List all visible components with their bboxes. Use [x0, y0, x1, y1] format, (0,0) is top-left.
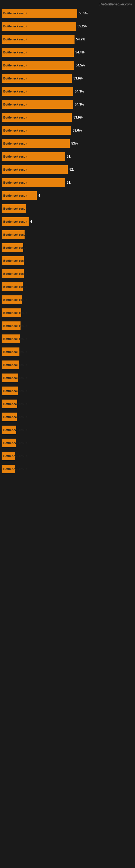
bar-fill: Bottleneck result: [2, 126, 71, 135]
bar-label-text: Bottleneck result: [3, 90, 27, 93]
bar-fill: Bottleneck result: [2, 400, 17, 408]
bar-label-text: Bottleneck result: [3, 155, 27, 158]
bar-value-text: 53.6%: [73, 129, 82, 132]
bar-container: Bottleneck result54.7%: [0, 34, 135, 45]
bar-label-text: Bottleneck result: [3, 103, 27, 106]
bar-container: Bottleneck result53.6%: [0, 125, 135, 136]
bar-fill: Bottleneck result: [2, 178, 65, 187]
bar-label-text: Bottleneck result: [3, 415, 27, 418]
bar-fill: Bottleneck result: [2, 269, 24, 278]
bar-value-text: 4: [30, 220, 32, 223]
bar-fill: Bottleneck result: [2, 361, 19, 369]
bar-label-text: Bottleneck result: [3, 220, 27, 223]
bar-value-text: 55.2%: [78, 24, 87, 28]
list-item: Bottleneck result: [0, 464, 135, 474]
list-item: Bottleneck result54.3%: [0, 86, 135, 97]
list-item: Bottleneck result: [0, 451, 135, 461]
bar-value-text: 55.5%: [79, 11, 88, 15]
list-item: Bottleneck result: [0, 242, 135, 253]
bar-container: Bottleneck result51.: [0, 151, 135, 162]
bar-fill: Bottleneck result: [2, 412, 17, 421]
list-item: Bottleneck result53.6%: [0, 125, 135, 136]
bar-container: Bottleneck result: [0, 346, 135, 357]
list-item: Bottleneck result53.9%: [0, 73, 135, 84]
bar-fill: Bottleneck result: [2, 373, 18, 382]
bar-fill: Bottleneck result: [2, 100, 73, 109]
bar-container: Bottleneck result: [0, 464, 135, 474]
bar-label-text: Bottleneck result: [3, 77, 27, 80]
bar-value-text: 54.5%: [76, 63, 85, 67]
bar-fill: Bottleneck result: [2, 230, 25, 239]
list-item: Bottleneck result: [0, 385, 135, 396]
list-item: Bottleneck result55.5%: [0, 8, 135, 19]
bar-container: Bottleneck result: [0, 372, 135, 383]
bar-label-text: Bottleneck result: [3, 12, 27, 15]
bar-label-text: Bottleneck result: [3, 168, 27, 171]
bar-container: Bottleneck result: [0, 399, 135, 409]
bar-value-text: 54.3%: [75, 90, 84, 93]
bar-value-text: 53.9%: [74, 116, 83, 119]
site-header: TheBottlenecker.com: [0, 0, 135, 7]
list-item: Bottleneck result: [0, 307, 135, 318]
bar-label-text: Bottleneck result: [3, 402, 27, 405]
bar-container: Bottleneck result: [0, 307, 135, 318]
bar-fill: Bottleneck result: [2, 113, 72, 122]
bar-label-text: Bottleneck result: [3, 25, 27, 28]
list-item: Bottleneck result54.7%: [0, 34, 135, 45]
list-item: Bottleneck result: [0, 372, 135, 383]
list-item: Bottleneck result: [0, 360, 135, 370]
bar-label-text: Bottleneck result: [3, 285, 27, 288]
bar-container: Bottleneck result54.4%: [0, 47, 135, 58]
bar-container: Bottleneck result55.2%: [0, 21, 135, 32]
bar-fill: Bottleneck result: [2, 35, 75, 44]
bar-fill: Bottleneck result: [2, 243, 23, 252]
bar-container: Bottleneck result: [0, 360, 135, 370]
list-item: Bottleneck result: [0, 255, 135, 266]
bar-label-text: Bottleneck result: [3, 363, 27, 367]
bar-label-text: Bottleneck result: [3, 38, 27, 41]
bar-label-text: Bottleneck result: [3, 428, 27, 432]
bar-value-text: 51.: [67, 181, 71, 184]
list-item: Bottleneck result53.9%: [0, 112, 135, 123]
bar-fill: Bottleneck result: [2, 204, 26, 213]
list-item: Bottleneck result: [0, 333, 135, 344]
bar-label-text: Bottleneck result: [3, 142, 27, 145]
bar-fill: Bottleneck result: [2, 465, 15, 473]
bar-container: Bottleneck result4: [0, 190, 135, 201]
list-item: Bottleneck result54.4%: [0, 47, 135, 58]
bar-label-text: Bottleneck result: [3, 116, 27, 119]
bar-container: Bottleneck result55.5%: [0, 8, 135, 19]
list-item: Bottleneck result: [0, 411, 135, 422]
list-item: Bottleneck result: [0, 320, 135, 331]
list-item: Bottleneck result: [0, 229, 135, 240]
bar-label-text: Bottleneck result: [3, 350, 27, 353]
bar-container: Bottleneck result4: [0, 216, 135, 227]
bar-label-text: Bottleneck result: [3, 194, 27, 197]
list-item: Bottleneck result55.2%: [0, 21, 135, 32]
bar-container: Bottleneck result: [0, 281, 135, 292]
bar-container: Bottleneck result: [0, 385, 135, 396]
bar-fill: Bottleneck result: [2, 152, 65, 161]
bar-fill: Bottleneck result: [2, 139, 70, 148]
list-item: Bottleneck result51.: [0, 177, 135, 188]
bar-label-text: Bottleneck result: [3, 376, 27, 379]
list-item: Bottleneck result: [0, 281, 135, 292]
bar-value-text: 54.7%: [76, 37, 85, 41]
list-item: Bottleneck result: [0, 346, 135, 357]
bar-label-text: Bottleneck result: [3, 207, 27, 210]
bar-container: Bottleneck result: [0, 203, 135, 214]
bar-container: Bottleneck result54.3%: [0, 86, 135, 97]
list-item: Bottleneck result4: [0, 190, 135, 201]
bar-container: Bottleneck result: [0, 320, 135, 331]
bar-container: Bottleneck result54.3%: [0, 99, 135, 110]
bar-label-text: Bottleneck result: [3, 259, 27, 262]
bar-fill: Bottleneck result: [2, 74, 72, 83]
bar-container: Bottleneck result: [0, 242, 135, 253]
bar-label-text: Bottleneck result: [3, 311, 27, 314]
bar-fill: Bottleneck result: [2, 347, 19, 356]
bar-fill: Bottleneck result: [2, 165, 68, 174]
list-item: Bottleneck result: [0, 437, 135, 448]
bar-fill: Bottleneck result: [2, 296, 22, 304]
bar-container: Bottleneck result: [0, 333, 135, 344]
bar-container: Bottleneck result: [0, 268, 135, 279]
